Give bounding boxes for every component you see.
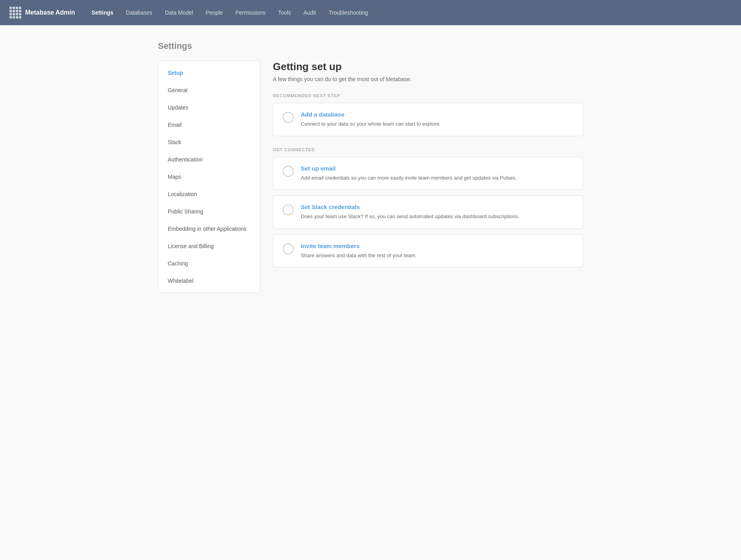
- card-body-invite-team: Invite team membersShare answers and dat…: [301, 243, 573, 260]
- brand-icon: [9, 7, 21, 19]
- nav-link-troubleshooting[interactable]: Troubleshooting: [323, 6, 374, 19]
- card-title-add-database: Add a database: [301, 111, 573, 118]
- nav-link-data-model[interactable]: Data Model: [159, 6, 199, 19]
- page-title: Settings: [158, 41, 583, 51]
- sidebar-item-whitelabel[interactable]: Whitelabel: [158, 272, 260, 289]
- sidebar-item-setup[interactable]: Setup: [158, 64, 260, 82]
- sidebar-item-localization[interactable]: Localization: [158, 185, 260, 203]
- section-label-get-connected: GET CONNECTED: [273, 147, 583, 152]
- nav-link-people[interactable]: People: [200, 6, 228, 19]
- card-body-setup-email: Set up emailAdd email credentials so you…: [301, 165, 573, 182]
- card-body-slack-credentials: Set Slack credentialsDoes your team use …: [301, 204, 573, 221]
- card-title-slack-credentials: Set Slack credentials: [301, 204, 573, 210]
- brand-name: Metabase Admin: [25, 9, 75, 16]
- main-heading: Getting set up: [273, 61, 583, 73]
- card-desc-setup-email: Add email credentials so you can more ea…: [301, 174, 573, 182]
- card-radio-setup-email: [283, 166, 294, 177]
- card-invite-team[interactable]: Invite team membersShare answers and dat…: [273, 234, 583, 268]
- sidebar-item-embedding[interactable]: Embedding in other Applications: [158, 220, 260, 237]
- card-setup-email[interactable]: Set up emailAdd email credentials so you…: [273, 157, 583, 190]
- section-recommended: RECOMMENDED NEXT STEPAdd a databaseConne…: [273, 93, 583, 136]
- sidebar-item-authentication[interactable]: Authentication: [158, 151, 260, 168]
- sidebar-item-slack[interactable]: Slack: [158, 134, 260, 151]
- navbar: Metabase Admin SettingsDatabasesData Mod…: [0, 0, 741, 25]
- brand: Metabase Admin: [9, 7, 75, 19]
- card-add-database[interactable]: Add a databaseConnect to your data so yo…: [273, 103, 583, 136]
- settings-sidebar: SetupGeneralUpdatesEmailSlackAuthenticat…: [158, 61, 260, 293]
- card-radio-add-database: [283, 112, 294, 123]
- main-content: Getting set up A few things you can do t…: [273, 61, 583, 293]
- card-radio-slack-credentials: [283, 204, 294, 215]
- card-radio-invite-team: [283, 243, 294, 254]
- sidebar-item-email[interactable]: Email: [158, 116, 260, 134]
- setup-sections: RECOMMENDED NEXT STEPAdd a databaseConne…: [273, 93, 583, 267]
- card-slack-credentials[interactable]: Set Slack credentialsDoes your team use …: [273, 195, 583, 229]
- sidebar-item-maps[interactable]: Maps: [158, 168, 260, 185]
- sidebar-item-updates[interactable]: Updates: [158, 99, 260, 116]
- sidebar-item-license[interactable]: License and Billing: [158, 237, 260, 255]
- card-desc-add-database: Connect to your data so your whole team …: [301, 120, 573, 128]
- card-desc-slack-credentials: Does your team use Slack? If so, you can…: [301, 213, 573, 221]
- section-get-connected: GET CONNECTEDSet up emailAdd email crede…: [273, 147, 583, 268]
- sidebar-item-caching[interactable]: Caching: [158, 255, 260, 272]
- nav-link-audit[interactable]: Audit: [298, 6, 322, 19]
- card-title-invite-team: Invite team members: [301, 243, 573, 249]
- sidebar-item-public-sharing[interactable]: Public Sharing: [158, 203, 260, 220]
- nav-link-databases[interactable]: Databases: [120, 6, 158, 19]
- nav-link-tools[interactable]: Tools: [272, 6, 296, 19]
- sidebar-item-general[interactable]: General: [158, 82, 260, 99]
- nav-link-settings[interactable]: Settings: [86, 6, 119, 19]
- card-body-add-database: Add a databaseConnect to your data so yo…: [301, 111, 573, 128]
- section-label-recommended: RECOMMENDED NEXT STEP: [273, 93, 583, 98]
- nav-link-permissions[interactable]: Permissions: [230, 6, 271, 19]
- content-area: SetupGeneralUpdatesEmailSlackAuthenticat…: [158, 61, 583, 293]
- card-title-setup-email: Set up email: [301, 165, 573, 172]
- nav-links: SettingsDatabasesData ModelPeoplePermiss…: [86, 6, 374, 19]
- main-subtext: A few things you can do to get the most …: [273, 76, 583, 82]
- card-desc-invite-team: Share answers and data with the rest of …: [301, 252, 573, 260]
- page: Settings SetupGeneralUpdatesEmailSlackAu…: [134, 25, 607, 309]
